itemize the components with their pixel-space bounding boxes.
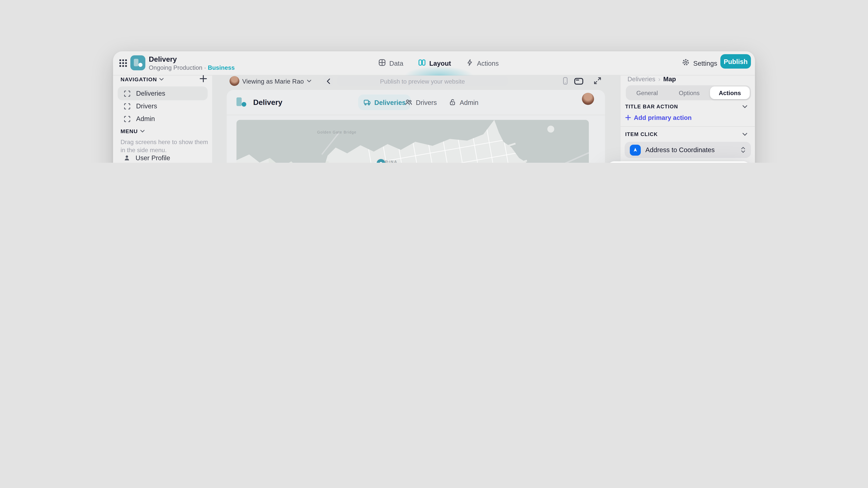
select-stepper-icon — [741, 147, 746, 153]
phone-view-icon[interactable] — [561, 77, 569, 88]
gear-icon — [682, 58, 690, 68]
plus-icon — [625, 115, 631, 121]
page: Delivery Ongoing Production · Business D… — [0, 0, 868, 163]
preview-tab-drivers[interactable]: Drivers — [405, 95, 437, 110]
panel-tab-label: Options — [679, 89, 700, 96]
menu-hint: Drag screens here to show them in the si… — [121, 138, 208, 154]
lock-icon — [449, 99, 456, 106]
item-click-action-select[interactable]: Address to Coordinates — [625, 142, 751, 158]
settings-label: Settings — [693, 60, 717, 67]
publish-button[interactable]: Publish — [720, 54, 751, 69]
add-screen-button[interactable] — [199, 74, 207, 85]
menu-section-label: MENU — [121, 128, 138, 134]
radar-icon — [630, 144, 641, 156]
tab-layout[interactable]: Layout — [418, 58, 451, 68]
tab-data-label: Data — [389, 60, 403, 67]
app-icon-shape — [134, 59, 138, 66]
configure-action-popup: CONFIGURE ACTION Radar › Address to Coor… — [607, 161, 751, 163]
tab-layout-label: Layout — [429, 60, 451, 67]
preview-tab-label: Deliveries — [374, 99, 406, 106]
sidebar-item-deliveries[interactable]: Deliveries — [118, 87, 208, 100]
chevron-down-icon[interactable] — [159, 77, 164, 80]
panel-tab-label: Actions — [719, 89, 741, 96]
app-title: Delivery — [149, 55, 177, 63]
tab-data[interactable]: Data — [378, 58, 403, 68]
sidebar-item-label: User Profile — [135, 154, 170, 161]
people-icon — [405, 99, 412, 106]
builder-window: Delivery Ongoing Production · Business D… — [113, 51, 755, 163]
sidebar-item-label: Admin — [136, 115, 155, 122]
add-primary-action-button[interactable]: Add primary action — [625, 114, 692, 121]
preview-tab-deliveries[interactable]: Deliveries — [358, 95, 411, 110]
url-placeholder: Publish to preview your website — [380, 77, 465, 85]
add-primary-action-label: Add primary action — [634, 114, 692, 121]
map-label: Golden Gate Bridge — [317, 130, 356, 134]
item-click-action-value: Address to Coordinates — [645, 147, 736, 153]
screen-icon — [123, 115, 131, 123]
panel-tab-bar: General Options Actions — [626, 85, 751, 100]
breadcrumb-parent[interactable]: Deliveries — [627, 75, 655, 83]
item-click-label: ITEM CLICK — [625, 131, 658, 137]
section-divider — [621, 126, 755, 127]
preview-user-avatar[interactable] — [582, 93, 594, 105]
layout-icon — [418, 58, 426, 68]
app-launcher-icon[interactable] — [119, 59, 127, 70]
viewer-avatar[interactable] — [229, 76, 239, 86]
sidebar-item-label: Deliveries — [136, 90, 165, 97]
item-click-section[interactable]: ITEM CLICK — [625, 131, 747, 137]
preview-app-title: Delivery — [253, 98, 282, 107]
preview-url-bar[interactable]: Publish to preview your website — [337, 75, 508, 87]
app-preview-frame: Delivery Deliveries Drivers Admin — [227, 90, 605, 163]
preview-tab-label: Admin — [460, 99, 478, 106]
desktop-view-icon[interactable] — [574, 77, 584, 88]
chevron-down-icon[interactable] — [140, 129, 145, 132]
app-env-sep: · — [204, 64, 206, 71]
breadcrumb-current: Map — [663, 75, 676, 83]
toolbar-divider — [589, 77, 589, 85]
title-bar-action-section[interactable]: TITLE BAR ACTION — [625, 104, 747, 109]
appbar-divider — [227, 115, 605, 115]
breadcrumb-separator: › — [658, 75, 660, 83]
chevron-down-icon — [307, 79, 311, 83]
map-component[interactable]: Golden Gate Bridge MARINA DISTRICT TELEG… — [237, 120, 589, 163]
panel-tab-label: General — [636, 89, 658, 96]
title-bar-action-label: TITLE BAR ACTION — [625, 104, 678, 109]
panel-divider — [620, 75, 621, 163]
navigation-section-label: NAVIGATION — [121, 76, 157, 82]
sidebar-item-user-profile[interactable]: User Profile — [123, 153, 170, 162]
chevron-down-icon[interactable] — [742, 133, 747, 136]
screen-icon — [123, 102, 131, 110]
data-grid-icon — [378, 58, 386, 68]
sidebar-item-drivers[interactable]: Drivers — [123, 101, 157, 111]
app-icon[interactable] — [130, 55, 145, 70]
lightning-icon — [466, 58, 473, 68]
panel-tab-general[interactable]: General — [626, 85, 669, 100]
preview-tab-admin[interactable]: Admin — [449, 95, 478, 110]
sidebar-item-label: Drivers — [136, 103, 157, 109]
panel-tab-actions[interactable]: Actions — [710, 87, 750, 99]
tab-actions-label: Actions — [477, 60, 499, 67]
publish-label: Publish — [724, 58, 748, 65]
screen-icon — [123, 90, 131, 97]
preview-tab-label: Drivers — [416, 99, 437, 106]
map-canvas — [237, 120, 589, 163]
viewing-as-selector[interactable]: Viewing as Marie Rao — [242, 76, 311, 86]
app-icon-dot — [138, 63, 143, 67]
app-plan-badge[interactable]: Business — [208, 64, 235, 71]
breadcrumb[interactable]: Deliveries › Map — [627, 75, 676, 83]
sidebar-item-admin[interactable]: Admin — [123, 114, 155, 123]
tab-actions[interactable]: Actions — [466, 58, 499, 68]
delivery-icon — [363, 99, 371, 106]
back-button[interactable] — [323, 75, 333, 87]
person-icon — [123, 154, 130, 161]
settings-button[interactable]: Settings — [682, 51, 717, 75]
panel-tab-options[interactable]: Options — [669, 85, 710, 100]
app-env: Ongoing Production — [149, 64, 202, 71]
preview-app-logo — [235, 96, 249, 109]
viewing-as-label: Viewing as Marie Rao — [242, 77, 304, 85]
chevron-down-icon[interactable] — [742, 105, 747, 108]
fullscreen-icon[interactable] — [593, 77, 601, 87]
